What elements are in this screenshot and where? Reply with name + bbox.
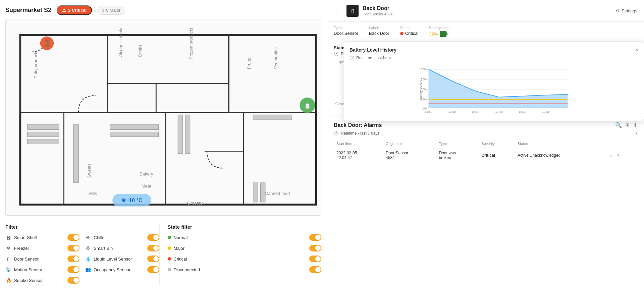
popup-close-button[interactable]: × xyxy=(635,47,638,53)
filter-item-smoke: 🔥 Smoke Sensor xyxy=(5,276,79,285)
alarm-severity: Critical xyxy=(479,148,515,163)
critical-badge[interactable]: 2 Critical xyxy=(57,5,92,15)
toggle-smart-shelf[interactable] xyxy=(67,234,79,241)
clock-icon: 🕐 xyxy=(334,52,339,56)
major-dot xyxy=(168,246,171,250)
chiller-label: Chiller xyxy=(94,235,106,240)
floor-plan-svg: Dairy products Alcoholic drinks Drinks F… xyxy=(6,19,321,215)
svg-text:Canned food: Canned food xyxy=(265,191,290,196)
smart-shelf-label: Smart Shelf xyxy=(14,235,37,240)
toggle-smoke[interactable] xyxy=(67,277,79,284)
alarms-realtime[interactable]: 🕐 Realtime - last 7 days ▾ xyxy=(334,131,637,136)
svg-text:❄ -10 °C: ❄ -10 °C xyxy=(121,198,143,203)
critical-label: Critical xyxy=(174,257,187,262)
svg-text:Bakery: Bakery xyxy=(140,171,153,176)
toggle-chiller[interactable] xyxy=(147,234,159,241)
search-icon[interactable]: 🔍 xyxy=(615,122,622,128)
svg-rect-34 xyxy=(260,183,265,202)
svg-text:Fruits: Fruits xyxy=(247,58,252,69)
popup-header: Battery Level History × xyxy=(350,47,638,53)
info-type: Type: Door Sensor xyxy=(334,26,358,37)
battery-bar-icon[interactable] xyxy=(440,31,446,37)
disconnected-dot xyxy=(168,268,171,271)
settings-button[interactable]: ⚙ Settings xyxy=(616,8,637,13)
filter-title: Filter xyxy=(5,224,159,230)
svg-rect-31 xyxy=(185,115,190,154)
device-icon-box: ▯ xyxy=(346,5,359,17)
right-header: ← ▯ Back Door Door Sensor 4534 ⚙ Setting… xyxy=(327,0,644,22)
state-text: Critical xyxy=(405,31,419,36)
critical-dot xyxy=(168,257,171,261)
filter-item-door-sensor: ▯ Door Sensor xyxy=(5,255,79,263)
disconnected-label: Disconnected xyxy=(174,267,200,272)
filter-section: Filter ▦ Smart Shelf ⊕ Chiller xyxy=(5,220,321,285)
occupancy-label: Occupancy Sensor xyxy=(94,267,130,272)
page-title: Supermarket S2 xyxy=(5,7,51,14)
freezer-label: Freezer xyxy=(14,246,29,251)
filter-item-occupancy: 👥 Occupancy Sensor xyxy=(85,265,159,274)
toggle-disconnected[interactable] xyxy=(309,266,321,273)
svg-rect-25 xyxy=(28,132,59,137)
filter-item-smart-bin: ♻ Smart Bin xyxy=(85,244,159,252)
state-value: Critical xyxy=(400,31,419,36)
device-title-group: Back Door Door Sensor 4534 xyxy=(363,5,612,16)
svg-rect-32 xyxy=(253,115,292,120)
chiller-icon: ⊕ xyxy=(85,234,91,240)
svg-text:12:00: 12:00 xyxy=(472,110,479,114)
toggle-critical[interactable] xyxy=(309,256,321,262)
liquid-level-label: Liquid Level Sensor xyxy=(94,257,132,262)
svg-rect-30 xyxy=(178,115,182,154)
smart-shelf-icon: ▦ xyxy=(5,234,11,240)
device-info-row: Type: Door Sensor Label: Back Door State… xyxy=(327,22,644,41)
svg-text:12:30: 12:30 xyxy=(542,110,550,114)
grid-icon[interactable]: ⊞ xyxy=(625,122,630,128)
toggle-freezer[interactable] xyxy=(67,245,79,251)
state-filter-items: Normal Major Critical xyxy=(168,233,322,274)
svg-rect-27 xyxy=(73,125,78,183)
device-name: Back Door xyxy=(363,5,612,11)
col-status: Status xyxy=(515,140,607,148)
popup-realtime-label: Realtime - last hour xyxy=(356,56,391,60)
back-button[interactable]: ← xyxy=(334,6,342,16)
toggle-smart-bin[interactable] xyxy=(147,245,159,251)
toggle-liquid-level[interactable] xyxy=(147,256,159,262)
acknowledge-icon[interactable]: ✓ xyxy=(609,153,613,158)
state-filter-title: State filter xyxy=(168,224,322,230)
clear-icon[interactable]: ✕ xyxy=(616,153,620,158)
door-sensor-icon: ▯ xyxy=(5,256,11,262)
table-row: 2022-02-0522:04:47 Door Sensor4534 Door … xyxy=(334,148,637,163)
alarms-table: Start time ↓ Originator Type Severity St… xyxy=(334,140,637,163)
liquid-level-icon: 💧 xyxy=(85,256,91,262)
download-icon[interactable]: ⬇ xyxy=(633,122,637,128)
toggle-occupancy[interactable] xyxy=(147,266,159,273)
major-badge[interactable]: 0 Major xyxy=(97,6,125,15)
alarm-row-actions: ✓ ✕ xyxy=(607,148,637,163)
sort-icon[interactable]: ↓ xyxy=(353,142,355,146)
svg-text:0%: 0% xyxy=(422,107,427,110)
alarm-originator: Door Sensor4534 xyxy=(383,148,436,163)
smoke-label: Smoke Sensor xyxy=(14,278,43,283)
col-severity: Severity xyxy=(479,140,515,148)
col-originator: Originator xyxy=(383,140,436,148)
toggle-normal[interactable] xyxy=(309,234,321,241)
filter-item-motion-sensor: 📡 Motion Sensor xyxy=(5,265,79,274)
state-dot xyxy=(400,32,404,35)
toggle-major[interactable] xyxy=(309,245,321,251)
svg-text:Drinks: Drinks xyxy=(138,44,143,57)
label-value: Back Door xyxy=(369,31,389,36)
filter-item-smart-shelf: ▦ Smart Shelf xyxy=(5,233,79,242)
state-item-critical: Critical xyxy=(168,255,322,263)
device-icon: ▯ xyxy=(351,8,354,14)
chart-wrapper: State (Closed) 🕐 Realtime ▾ Open Closed xyxy=(327,41,644,117)
alarms-dropdown-arrow[interactable]: ▾ xyxy=(635,131,637,136)
major-label: Major xyxy=(174,246,185,251)
info-label: Label: Back Door xyxy=(369,26,389,37)
toggle-motion-sensor[interactable] xyxy=(67,266,79,273)
alarms-actions: 🔍 ⊞ ⬇ xyxy=(615,122,637,128)
toggle-door-sensor[interactable] xyxy=(67,256,79,262)
state-item-normal: Normal xyxy=(168,233,322,242)
filter-left: Filter ▦ Smart Shelf ⊕ Chiller xyxy=(5,224,159,285)
col-actions xyxy=(607,140,637,148)
filter-grid: ▦ Smart Shelf ⊕ Chiller ❄ Freezer xyxy=(5,233,159,285)
alarms-header-row: Start time ↓ Originator Type Severity St… xyxy=(334,140,637,148)
